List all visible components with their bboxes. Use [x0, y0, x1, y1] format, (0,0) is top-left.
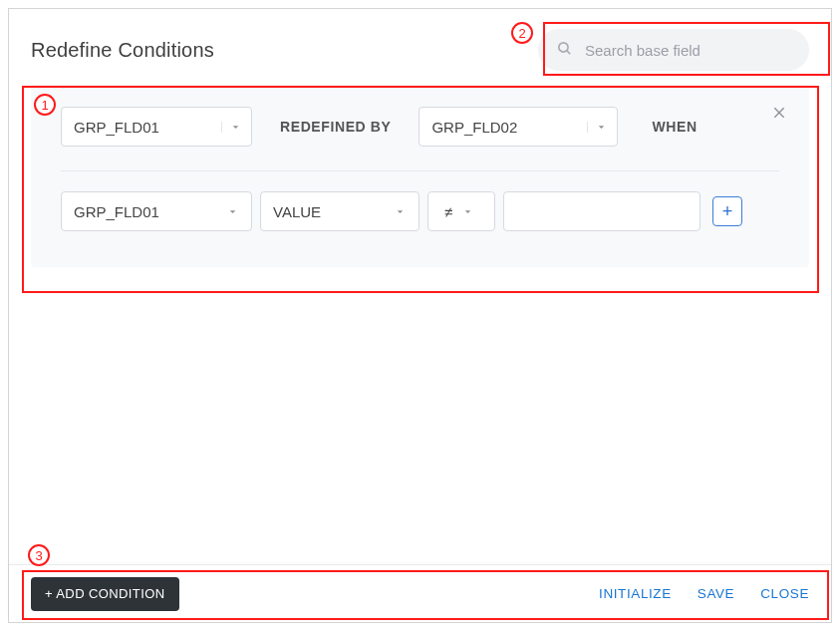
- redefined-by-label: REDEFINED BY: [280, 119, 391, 135]
- save-button[interactable]: SAVE: [698, 586, 734, 601]
- condition-rule-row: GRP_FLD01 VALUE ≠: [61, 191, 779, 231]
- when-label: WHEN: [652, 119, 697, 135]
- base-field-select[interactable]: GRP_FLD01: [61, 107, 252, 147]
- redefined-field-value: GRP_FLD02: [431, 119, 517, 136]
- chevron-down-icon: [389, 206, 411, 217]
- add-rule-button[interactable]: +: [712, 196, 742, 226]
- rule-operator-value: ≠: [444, 203, 452, 220]
- search-input[interactable]: [585, 42, 791, 59]
- rule-type-value: VALUE: [273, 203, 321, 220]
- svg-point-0: [559, 42, 568, 51]
- chevron-down-icon: [221, 206, 243, 217]
- redefine-conditions-dialog: Redefine Conditions GRP_FLD01 REDEFINED …: [8, 8, 832, 623]
- dialog-footer: + ADD CONDITION INITIALIZE SAVE CLOSE: [9, 564, 831, 622]
- search-icon: [556, 40, 585, 61]
- rule-type-select[interactable]: VALUE: [260, 191, 420, 231]
- add-condition-button[interactable]: + ADD CONDITION: [31, 577, 179, 611]
- condition-header-row: GRP_FLD01 REDEFINED BY GRP_FLD02 WHEN: [61, 107, 779, 147]
- condition-block: GRP_FLD01 REDEFINED BY GRP_FLD02 WHEN: [31, 85, 809, 267]
- redefined-field-select[interactable]: GRP_FLD02: [419, 107, 618, 147]
- initialize-button[interactable]: INITIALIZE: [599, 586, 672, 601]
- rule-field-value: GRP_FLD01: [74, 203, 159, 220]
- chevron-down-icon: [587, 122, 609, 133]
- close-button[interactable]: CLOSE: [760, 586, 809, 601]
- plus-icon: +: [722, 202, 733, 220]
- rule-value-input[interactable]: [503, 191, 700, 231]
- chevron-down-icon: [456, 206, 478, 217]
- chevron-down-icon: [221, 122, 243, 133]
- remove-condition-button[interactable]: [771, 105, 787, 125]
- dialog-header: Redefine Conditions: [9, 9, 831, 81]
- rule-operator-select[interactable]: ≠: [427, 191, 495, 231]
- svg-line-1: [567, 50, 570, 53]
- conditions-list: GRP_FLD01 REDEFINED BY GRP_FLD02 WHEN: [9, 81, 831, 564]
- search-field[interactable]: [538, 29, 809, 71]
- rule-field-select[interactable]: GRP_FLD01: [61, 191, 252, 231]
- page-title: Redefine Conditions: [31, 39, 214, 62]
- divider: [61, 170, 779, 171]
- base-field-value: GRP_FLD01: [74, 119, 159, 136]
